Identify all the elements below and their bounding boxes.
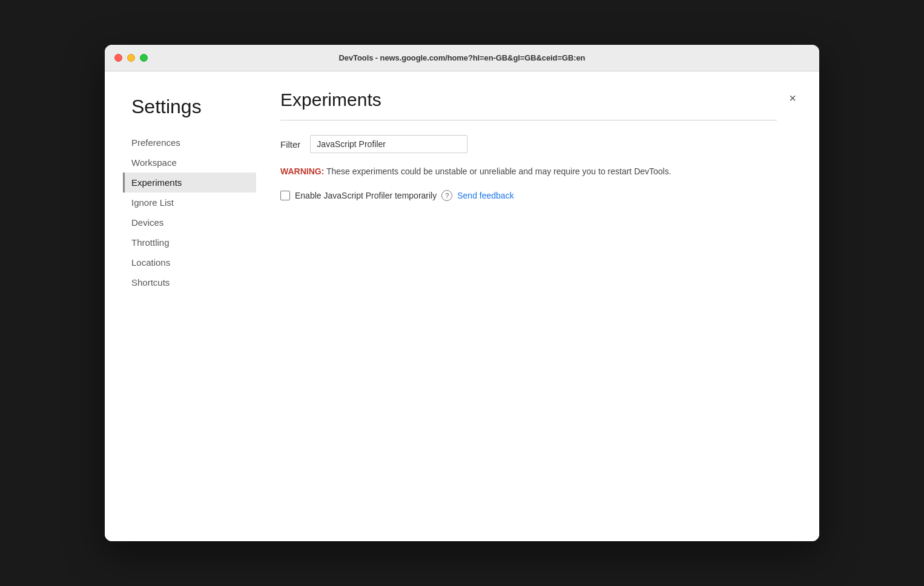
devtools-content: Settings Preferences Workspace Experimen… [105, 71, 819, 541]
warning-message: These experiments could be unstable or u… [324, 166, 671, 176]
warning-text: WARNING: These experiments could be unst… [280, 165, 777, 178]
traffic-lights [114, 54, 148, 62]
minimize-traffic-light[interactable] [127, 54, 135, 62]
page-title: Experiments [280, 90, 777, 110]
js-profiler-label: Enable JavaScript Profiler temporarily [295, 191, 437, 200]
filter-label: Filter [280, 139, 300, 150]
sidebar-item-ignore-list[interactable]: Ignore List [123, 193, 256, 212]
divider [280, 120, 777, 120]
sidebar-item-locations[interactable]: Locations [123, 252, 256, 272]
maximize-traffic-light[interactable] [140, 54, 148, 62]
title-bar: DevTools - news.google.com/home?hl=en-GB… [105, 45, 819, 71]
close-button[interactable]: × [784, 90, 801, 107]
help-icon[interactable]: ? [441, 190, 452, 201]
sidebar-title: Settings [123, 96, 256, 118]
experiment-row: Enable JavaScript Profiler temporarily ?… [280, 190, 777, 201]
title-bar-text: DevTools - news.google.com/home?hl=en-GB… [339, 53, 586, 62]
sidebar-item-devices[interactable]: Devices [123, 212, 256, 232]
warning-label: WARNING: [280, 166, 324, 176]
sidebar: Settings Preferences Workspace Experimen… [123, 90, 256, 523]
sidebar-item-workspace[interactable]: Workspace [123, 153, 256, 173]
filter-input[interactable] [310, 135, 467, 153]
settings-container: Settings Preferences Workspace Experimen… [123, 90, 801, 523]
sidebar-item-throttling[interactable]: Throttling [123, 232, 256, 252]
js-profiler-checkbox[interactable] [280, 191, 290, 200]
warning-box: WARNING: These experiments could be unst… [280, 165, 777, 178]
main-content: × Experiments Filter WARNING: These expe… [256, 90, 801, 523]
sidebar-item-preferences[interactable]: Preferences [123, 133, 256, 153]
close-traffic-light[interactable] [114, 54, 122, 62]
sidebar-item-shortcuts[interactable]: Shortcuts [123, 272, 256, 292]
sidebar-item-experiments[interactable]: Experiments [123, 173, 256, 193]
send-feedback-link[interactable]: Send feedback [457, 191, 513, 200]
filter-row: Filter [280, 135, 777, 153]
browser-window: DevTools - news.google.com/home?hl=en-GB… [105, 45, 819, 541]
